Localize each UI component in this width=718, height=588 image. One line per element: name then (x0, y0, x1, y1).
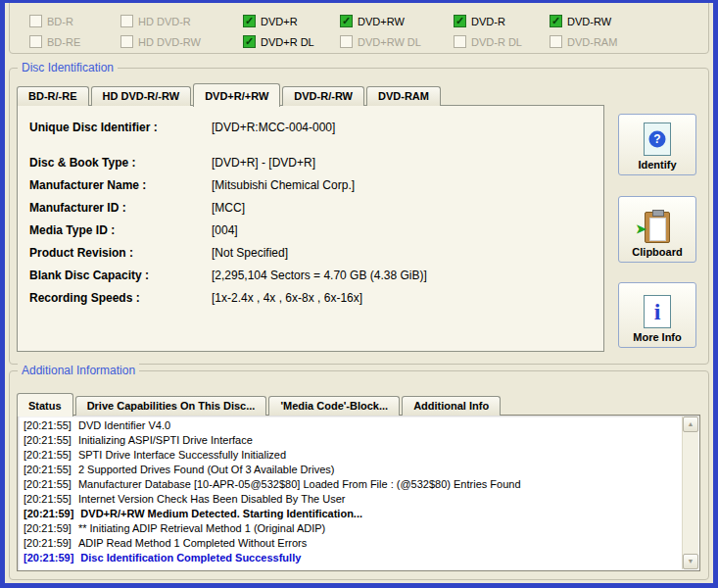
log-message: SPTI Drive Interface Successfully Initia… (78, 449, 286, 461)
field-value: [Not Specified] (212, 246, 603, 260)
log-line: [20:21:55]SPTI Drive Interface Successfu… (24, 448, 679, 463)
clipboard-button-label: Clipboard (632, 246, 682, 258)
field-value: [MCC] (212, 201, 603, 215)
checkbox-icon: ✓ (550, 15, 562, 27)
identify-button[interactable]: ? Identify (618, 114, 696, 175)
format-checkbox-dvd-plus-rw-dl[interactable]: ✓ DVD+RW DL (340, 31, 454, 52)
group-title: Disc Identification (18, 61, 118, 74)
tab-drive-capabilities[interactable]: Drive Capabilities On This Disc... (75, 396, 267, 416)
field-value: [1x-2.4x , 4x , 6x-8x , 6x-16x] (212, 291, 603, 305)
checkbox-icon: ✓ (550, 35, 562, 48)
field-row: Recording Speeds : [1x-2.4x , 4x , 6x-8x… (29, 286, 603, 309)
tab-dvd-ram[interactable]: DVD-RAM (366, 86, 441, 106)
format-checkbox-bd-r[interactable]: ✓ BD-R (29, 11, 120, 31)
log-message: Manufacturer Database [10-APR-05@532$80]… (78, 478, 521, 490)
log-timestamp: [20:21:59] (24, 508, 73, 519)
field-value: [DVD+R] - [DVD+R] (212, 156, 603, 170)
check-icon: ✓ (455, 16, 465, 26)
scroll-up-icon[interactable]: ▲ (683, 416, 698, 432)
format-filter-group: ✓ BD-R ✓ HD DVD-R ✓ DVD+R ✓ DVD+RW ✓ DVD… (9, 0, 709, 54)
field-row: Manufacturer ID : [MCC] (29, 196, 603, 219)
tab-status[interactable]: Status (17, 393, 73, 416)
tab-additional-info[interactable]: Additional Info (402, 396, 501, 416)
field-row: Media Type ID : [004] (29, 219, 603, 241)
log-message: 2 Supported Drives Found (Out Of 3 Avail… (78, 464, 334, 475)
format-checkbox-hd-dvd-rw[interactable]: ✓ HD DVD-RW (120, 31, 243, 52)
checkbox-label: HD DVD-RW (138, 36, 201, 48)
format-checkbox-dvd-rw[interactable]: ✓ DVD-RW (550, 11, 702, 31)
format-checkbox-grid: ✓ BD-R ✓ HD DVD-R ✓ DVD+R ✓ DVD+RW ✓ DVD… (29, 11, 702, 52)
format-checkbox-dvd-plus-rw[interactable]: ✓ DVD+RW (340, 11, 454, 31)
checkbox-icon: ✓ (454, 15, 466, 27)
log-scrollbar[interactable]: ▲ ▼ (682, 416, 698, 569)
log-timestamp: [20:21:55] (24, 478, 72, 490)
log-line: [20:21:59]Disc Identification Completed … (24, 551, 679, 565)
format-checkbox-bd-re[interactable]: ✓ BD-RE (29, 31, 120, 52)
log-line: [20:21:59]ADIP Read Method 1 Completed W… (24, 536, 679, 551)
disc-fields: Unique Disc Identifier : [DVD+R:MCC-004-… (18, 106, 603, 309)
field-row: Product Revision : [Not Specified] (29, 241, 603, 264)
log-line: [20:21:55]Initializing ASPI/SPTI Drive I… (24, 433, 679, 448)
format-checkbox-dvd-ram[interactable]: ✓ DVD-RAM (550, 31, 702, 52)
log-message: Internet Version Check Has Been Disabled… (78, 493, 346, 505)
log-line: [20:21:59]** Initiating ADIP Retrieval M… (24, 521, 679, 536)
tab-dvd-plus-r-rw[interactable]: DVD+R/+RW (193, 83, 280, 107)
tab-media-code-block[interactable]: 'Media Code'-Block... (268, 396, 400, 416)
format-checkbox-dvd-plus-r-dl[interactable]: ✓ DVD+R DL (243, 31, 340, 52)
identify-question-icon: ? (644, 122, 671, 156)
checkbox-icon: ✓ (29, 15, 42, 27)
tab-dvd-r-rw[interactable]: DVD-R/-RW (282, 86, 364, 106)
check-icon: ✓ (244, 16, 255, 26)
more-info-button-label: More Info (633, 331, 682, 343)
question-mark-icon: ? (649, 131, 666, 148)
log-timestamp: [20:21:55] (24, 464, 72, 475)
field-label: Blank Disc Capacity : (29, 269, 212, 282)
check-icon: ✓ (341, 16, 352, 26)
more-info-button[interactable]: i More Info (618, 282, 696, 348)
field-value: [2,295,104 Sectors = 4.70 GB (4.38 GiB)] (212, 269, 603, 282)
info-letter-icon: i (654, 300, 661, 323)
field-label: Manufacturer ID : (29, 201, 212, 215)
group-title: Additional Information (18, 364, 139, 377)
scroll-down-icon[interactable]: ▼ (683, 554, 698, 569)
disc-id-panel: Unique Disc Identifier : [DVD+R:MCC-004-… (17, 105, 604, 352)
log-timestamp: [20:21:55] (24, 449, 72, 461)
field-value: [004] (212, 223, 603, 237)
log-line: [20:21:59]DVD+R/+RW Medium Detected. Sta… (24, 507, 679, 521)
status-log-lines: [20:21:55]DVD Identifier V4.0 [20:21:55]… (18, 416, 683, 570)
status-log-box[interactable]: [20:21:55]DVD Identifier V4.0 [20:21:55]… (17, 415, 700, 571)
check-icon: ✓ (550, 16, 561, 26)
format-checkbox-hd-dvd-r[interactable]: ✓ HD DVD-R (120, 11, 243, 31)
tab-bd-r-re[interactable]: BD-R/-RE (17, 86, 89, 106)
checkbox-icon: ✓ (340, 35, 353, 48)
format-checkbox-dvd-r-dl[interactable]: ✓ DVD-R DL (454, 31, 550, 52)
checkbox-icon: ✓ (120, 15, 133, 27)
log-timestamp: [20:21:55] (24, 493, 72, 505)
log-timestamp: [20:21:55] (24, 434, 72, 446)
clipboard-icon: ➤ (645, 212, 670, 243)
field-label: Manufacturer Name : (29, 178, 212, 192)
checkbox-icon: ✓ (454, 35, 466, 48)
checkbox-label: DVD-R (471, 16, 505, 27)
log-timestamp: [20:21:59] (24, 537, 72, 549)
field-label: Unique Disc Identifier : (29, 121, 212, 134)
checkbox-label: DVD-RAM (567, 36, 617, 48)
additional-information-group: Additional Information Status Drive Capa… (9, 370, 709, 580)
field-label: Media Type ID : (29, 223, 212, 237)
field-value: [DVD+R:MCC-004-000] (212, 121, 603, 134)
checkbox-icon: ✓ (243, 15, 256, 27)
log-message: ** Initiating ADIP Retrieval Method 1 (O… (78, 522, 325, 534)
log-line: [20:21:55]2 Supported Drives Found (Out … (24, 463, 679, 477)
log-timestamp: [20:21:55] (24, 419, 72, 431)
green-arrow-icon: ➤ (636, 222, 646, 235)
format-checkbox-dvd-plus-r[interactable]: ✓ DVD+R (243, 11, 340, 31)
log-message: ADIP Read Method 1 Completed Without Err… (78, 537, 307, 549)
log-line: [20:21:55]Manufacturer Database [10-APR-… (24, 477, 679, 492)
format-checkbox-dvd-r[interactable]: ✓ DVD-R (454, 11, 550, 31)
field-row: Manufacturer Name : [Mitsubishi Chemical… (29, 173, 603, 196)
tab-hd-dvd-r-rw[interactable]: HD DVD-R/-RW (91, 86, 192, 106)
checkbox-label: BD-RE (47, 36, 80, 48)
clipboard-button[interactable]: ➤ Clipboard (618, 196, 696, 263)
additional-info-tabstrip: Status Drive Capabilities On This Disc..… (17, 392, 503, 416)
field-label: Recording Speeds : (29, 291, 212, 305)
